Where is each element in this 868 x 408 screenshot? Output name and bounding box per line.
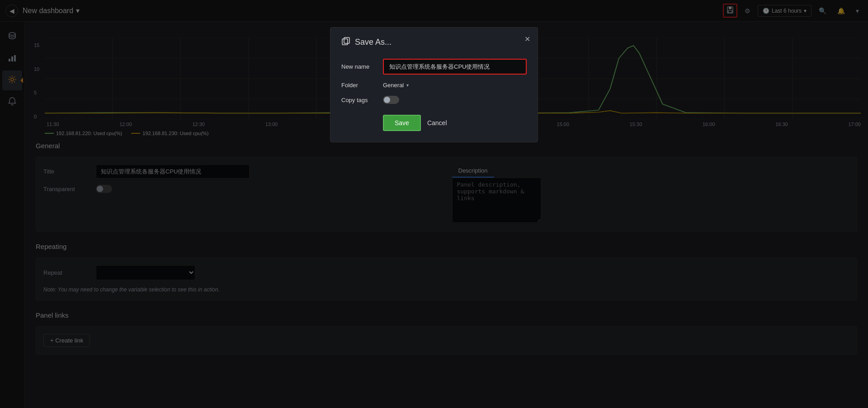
modal-new-name-label: New name xyxy=(341,63,377,70)
modal-save-button[interactable]: Save xyxy=(383,115,421,131)
modal-folder-value: General xyxy=(383,82,404,89)
svg-rect-25 xyxy=(344,38,349,43)
modal-header: Save As... xyxy=(341,37,527,48)
modal-cancel-button[interactable]: Cancel xyxy=(427,119,447,127)
modal-title: Save As... xyxy=(355,38,392,47)
modal-folder-select-wrapper[interactable]: General ▾ xyxy=(383,82,527,89)
modal-folder-arrow: ▾ xyxy=(406,83,409,88)
modal-new-name-input[interactable] xyxy=(383,59,527,75)
modal-new-name-field: New name xyxy=(341,59,527,75)
modal-copy-tags-toggle[interactable] xyxy=(383,96,399,104)
modal-copy-tags-label: Copy tags xyxy=(341,97,377,103)
modal-overlay: Save As... ✕ New name Folder General ▾ C… xyxy=(0,0,868,408)
modal-folder-label: Folder xyxy=(341,82,377,89)
modal-copy-tags-field: Copy tags xyxy=(341,96,527,104)
modal-folder-field: Folder General ▾ xyxy=(341,82,527,89)
modal-copy-icon xyxy=(341,37,350,48)
modal-actions: Save Cancel xyxy=(341,115,527,131)
svg-rect-24 xyxy=(342,39,348,45)
save-as-modal: Save As... ✕ New name Folder General ▾ C… xyxy=(330,27,538,142)
modal-close-button[interactable]: ✕ xyxy=(524,35,530,43)
